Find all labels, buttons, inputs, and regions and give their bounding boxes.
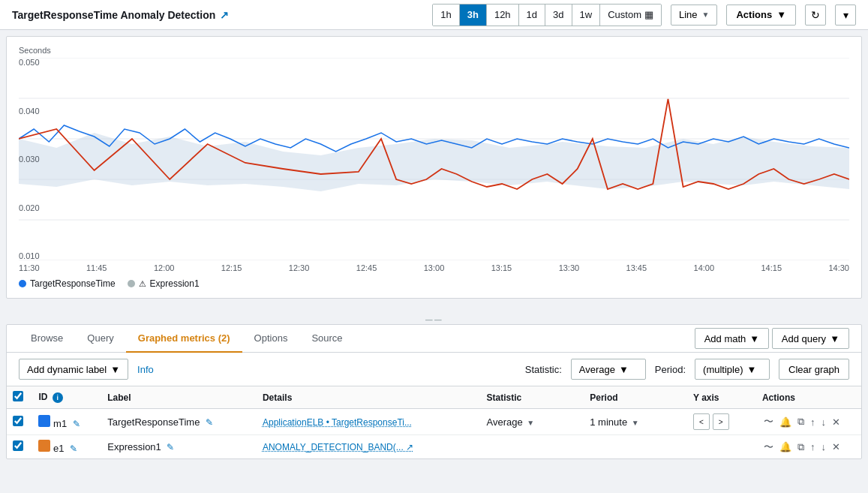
time-btn-12h[interactable]: 12h: [487, 5, 519, 26]
actions-button[interactable]: Actions ▼: [726, 5, 796, 26]
legend-warning-icon: ⚠: [139, 279, 146, 289]
tab-browse[interactable]: Browse: [19, 325, 75, 353]
row1-stat-arrow-icon[interactable]: ▼: [527, 419, 534, 427]
time-btn-1w[interactable]: 1w: [572, 5, 601, 26]
row1-period-cell: 1 minute ▼: [584, 409, 687, 435]
row2-period-cell: [584, 435, 687, 459]
metrics-toolbar: Add dynamic label ▼ Info Statistic: Aver…: [7, 353, 861, 386]
x-tick-1300: 13:00: [424, 263, 445, 272]
expand-button[interactable]: ▾: [835, 5, 856, 26]
row1-yaxis-cell: < >: [687, 409, 756, 435]
x-tick-1345: 13:45: [626, 263, 647, 272]
title-text: TargetResponseTime Anomaly Detection: [12, 9, 215, 21]
row2-up-icon[interactable]: ↑: [809, 441, 817, 452]
tab-query[interactable]: Query: [75, 325, 125, 353]
tab-source[interactable]: Source: [299, 325, 354, 353]
row2-delete-icon[interactable]: ✕: [830, 441, 842, 452]
x-tick-1145: 11:45: [86, 263, 107, 272]
time-btn-3h[interactable]: 3h: [460, 5, 487, 26]
dynamic-label-button[interactable]: Add dynamic label ▼: [19, 359, 128, 380]
dynamic-label-arrow-icon: ▼: [110, 364, 120, 375]
x-tick-1230: 12:30: [289, 263, 310, 272]
row1-yaxis-left-icon[interactable]: <: [693, 413, 710, 430]
row2-checkbox[interactable]: [13, 440, 23, 451]
row2-bell-icon[interactable]: 🔔: [778, 441, 793, 452]
legend-item-expression: ⚠ Expression1: [128, 278, 200, 289]
actions-arrow-icon: ▼: [776, 9, 786, 20]
x-tick-1245: 12:45: [356, 263, 377, 272]
row2-id-cell: e1 ✎: [32, 435, 101, 459]
row2-details-link[interactable]: ANOMALY_DETECTION_BAND(... ↗: [263, 442, 413, 452]
row1-id-cell: m1 ✎: [32, 409, 101, 435]
x-tick-1400: 14:00: [694, 263, 715, 272]
row1-up-icon[interactable]: ↑: [809, 416, 817, 428]
row1-action-buttons: 〜 🔔 ⧉ ↑ ↓ ✕: [762, 415, 855, 428]
time-range-group: 1h 3h 12h 1d 3d 1w Custom ▦: [432, 4, 662, 26]
tab-options[interactable]: Options: [242, 325, 300, 353]
row2-copy-icon[interactable]: ⧉: [796, 441, 806, 453]
row1-label-edit-icon[interactable]: ✎: [206, 417, 213, 428]
time-btn-3d[interactable]: 3d: [545, 5, 572, 26]
row1-yaxis-right-icon[interactable]: >: [713, 413, 729, 430]
refresh-button[interactable]: ↻: [805, 5, 826, 26]
row1-checkbox-cell: [7, 409, 32, 435]
time-btn-custom[interactable]: Custom ▦: [600, 5, 661, 26]
row1-details-cell: ApplicationELB • TargetResponseTi...: [257, 409, 481, 435]
select-all-checkbox[interactable]: [13, 391, 23, 401]
row1-checkbox[interactable]: [13, 416, 23, 426]
row1-bell-icon[interactable]: 🔔: [778, 416, 793, 428]
row2-label-cell: Expression1 ✎: [101, 435, 257, 459]
row1-down-icon[interactable]: ↓: [819, 416, 827, 428]
row2-trend-icon[interactable]: 〜: [762, 440, 775, 454]
row1-period-arrow-icon[interactable]: ▼: [632, 419, 639, 427]
clear-graph-button[interactable]: Clear graph: [779, 359, 849, 380]
row2-edit-icon[interactable]: ✎: [70, 443, 77, 454]
row2-label-edit-icon[interactable]: ✎: [167, 442, 174, 452]
col-yaxis: Y axis: [687, 386, 756, 409]
period-label: Period:: [655, 364, 686, 375]
row2-action-buttons: 〜 🔔 ⧉ ↑ ↓ ✕: [762, 440, 855, 454]
id-info-icon[interactable]: i: [53, 392, 63, 403]
row2-checkbox-cell: [7, 435, 32, 459]
col-statistic: Statistic: [480, 386, 584, 409]
col-details: Details: [257, 386, 481, 409]
row1-details-link[interactable]: ApplicationELB • TargetResponseTi...: [263, 417, 412, 428]
col-label: Label: [101, 386, 257, 409]
add-math-button[interactable]: Add math ▼: [695, 328, 770, 349]
time-btn-1h[interactable]: 1h: [433, 5, 459, 26]
legend-item-target: TargetResponseTime: [19, 278, 116, 289]
statistic-arrow-icon: ▼: [619, 364, 629, 375]
chart-y-label: Seconds: [19, 46, 849, 55]
tabs-section: Browse Query Graphed metrics (2) Options…: [6, 324, 862, 459]
legend-label-target: TargetResponseTime: [30, 278, 116, 289]
period-select[interactable]: (multiple) ▼: [695, 359, 770, 380]
legend-dot-blue: [19, 280, 26, 287]
chart-type-dropdown[interactable]: Line ▼: [671, 5, 717, 26]
row1-trend-icon[interactable]: 〜: [762, 415, 775, 428]
chart-x-labels: 11:30 11:45 12:00 12:15 12:30 12:45 13:0…: [19, 260, 849, 275]
metrics-table: ID i Label Details Statistic Period Y ax…: [7, 386, 861, 458]
row1-copy-icon[interactable]: ⧉: [796, 416, 806, 428]
header-bar: TargetResponseTime Anomaly Detection ↗ 1…: [0, 0, 868, 30]
row1-actions-cell: 〜 🔔 ⧉ ↑ ↓ ✕: [756, 409, 861, 435]
legend-dot-gray: [128, 280, 135, 287]
period-arrow-icon: ▼: [747, 364, 757, 375]
x-tick-1315: 13:15: [491, 263, 512, 272]
row1-edit-icon[interactable]: ✎: [73, 419, 80, 429]
tabs-header: Browse Query Graphed metrics (2) Options…: [7, 325, 861, 353]
chart-legend: TargetResponseTime ⚠ Expression1: [19, 275, 849, 292]
statistic-select[interactable]: Average ▼: [571, 359, 646, 380]
resize-handle[interactable]: ⎯⎯: [0, 305, 868, 324]
row2-actions-cell: 〜 🔔 ⧉ ↑ ↓ ✕: [756, 435, 861, 459]
row1-delete-icon[interactable]: ✕: [830, 416, 842, 428]
custom-grid-icon: ▦: [644, 9, 653, 20]
info-link[interactable]: Info: [137, 364, 154, 375]
col-period: Period: [584, 386, 687, 409]
tab-graphed-metrics[interactable]: Graphed metrics (2): [126, 325, 242, 353]
table-row: e1 ✎ Expression1 ✎ ANOMALY_DETECTION_BAN…: [7, 435, 861, 459]
row2-down-icon[interactable]: ↓: [819, 441, 827, 452]
external-link-icon[interactable]: ↗: [220, 9, 229, 21]
add-query-button[interactable]: Add query ▼: [772, 328, 849, 349]
refresh-icon: ↻: [811, 9, 820, 21]
time-btn-1d[interactable]: 1d: [519, 5, 545, 26]
